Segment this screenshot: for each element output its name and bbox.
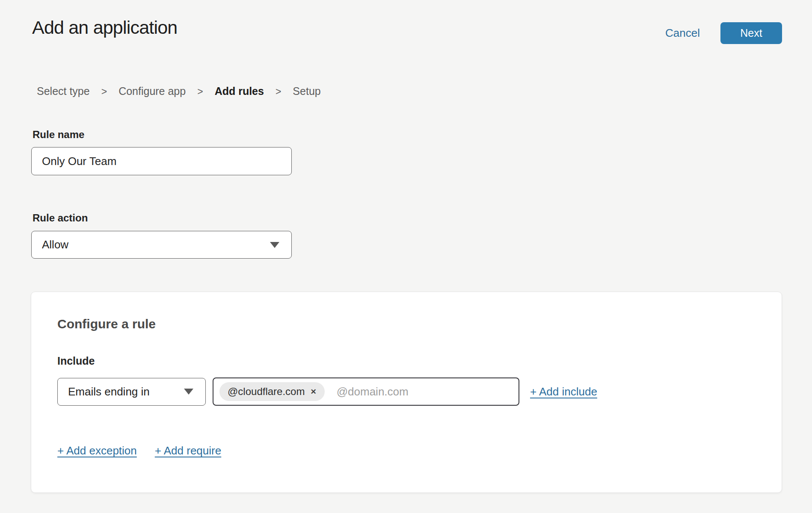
breadcrumb: Select type > Configure app > Add rules …	[37, 85, 321, 97]
page-title: Add an application	[32, 17, 177, 38]
email-domain-chip-label: @cloudflare.com	[228, 386, 305, 398]
breadcrumb-step-setup[interactable]: Setup	[293, 85, 320, 97]
rule-name-input[interactable]	[31, 147, 292, 175]
cancel-button[interactable]: Cancel	[665, 27, 700, 40]
add-require-link[interactable]: + Add require	[155, 444, 221, 457]
rule-name-label: Rule name	[33, 129, 84, 141]
include-criteria-select[interactable]: Emails ending in	[57, 378, 206, 406]
rule-action-selected-value: Allow	[42, 238, 68, 251]
header-actions: Cancel Next	[665, 22, 782, 44]
breadcrumb-step-select-type[interactable]: Select type	[37, 85, 90, 97]
rule-action-select[interactable]: Allow	[31, 231, 292, 259]
chevron-down-icon	[184, 389, 193, 395]
include-label: Include	[57, 355, 95, 367]
email-domain-text-input[interactable]	[336, 385, 512, 399]
rule-action-label: Rule action	[33, 212, 88, 224]
include-rule-row: Emails ending in @cloudflare.com ✕ + Add…	[57, 377, 597, 406]
breadcrumb-separator: >	[197, 86, 203, 97]
next-button[interactable]: Next	[720, 22, 782, 44]
breadcrumb-separator: >	[101, 86, 107, 97]
configure-rule-card: Configure a rule Include Emails ending i…	[31, 292, 782, 493]
include-criteria-selected-value: Emails ending in	[68, 385, 150, 398]
email-domain-chip: @cloudflare.com ✕	[219, 382, 325, 401]
rule-extra-links: + Add exception + Add require	[57, 444, 221, 457]
remove-tag-icon[interactable]: ✕	[310, 387, 316, 396]
breadcrumb-step-add-rules[interactable]: Add rules	[215, 85, 264, 97]
add-application-page: Add an application Cancel Next Select ty…	[0, 0, 812, 513]
email-domain-tag-input[interactable]: @cloudflare.com ✕	[213, 377, 519, 406]
rule-card-heading: Configure a rule	[57, 317, 156, 331]
breadcrumb-separator: >	[276, 86, 281, 97]
add-include-link[interactable]: + Add include	[530, 385, 597, 398]
chevron-down-icon	[270, 242, 279, 248]
breadcrumb-step-configure-app[interactable]: Configure app	[119, 85, 186, 97]
add-exception-link[interactable]: + Add exception	[57, 444, 137, 457]
